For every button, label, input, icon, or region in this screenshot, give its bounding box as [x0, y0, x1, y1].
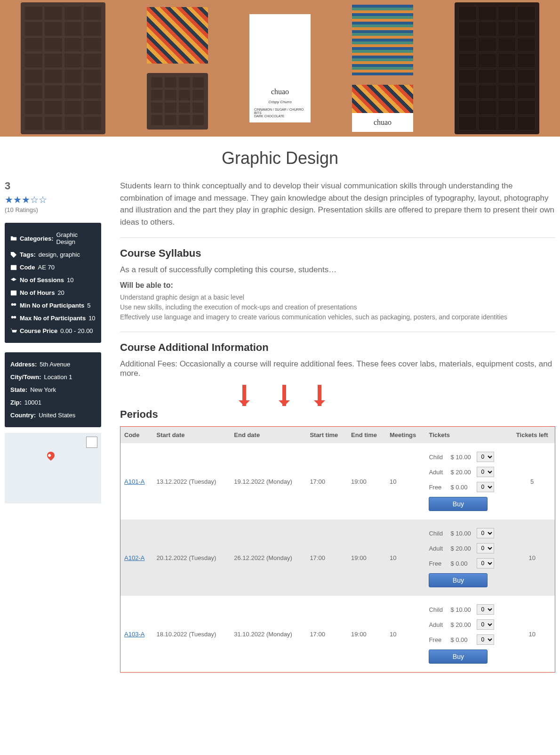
syllabus-intro: As a result of successfully completing t…: [120, 265, 555, 275]
syllabus-item: Understand graphic design at a basic lev…: [120, 292, 555, 302]
rating-block: 3 ★★★☆☆ (10 Ratings): [5, 180, 101, 213]
location-map[interactable]: [5, 433, 101, 503]
start-date: 18.10.2022 (Tuesday): [153, 596, 231, 672]
code-icon: [10, 264, 17, 271]
additional-text: Additional Fees: Occasionally a course w…: [120, 359, 555, 378]
star-icon: ★: [22, 195, 30, 205]
periods-heading: Periods: [120, 408, 555, 421]
svg-rect-1: [11, 290, 16, 295]
start-date: 20.12.2022 (Tuesday): [153, 520, 231, 596]
buy-button[interactable]: Buy: [429, 649, 488, 664]
syllabus-item: Effectively use language and imagery to …: [120, 312, 555, 322]
ticket-row: Free$ 0.000: [429, 634, 505, 645]
col-start-date: Start date: [153, 427, 231, 443]
rating-score: 3: [5, 180, 101, 192]
table-row: A101-A 13.12.2022 (Tuesday) 19.12.2022 (…: [120, 443, 555, 520]
ticket-qty-select[interactable]: 0: [477, 482, 494, 492]
periods-table-wrap: Code Start date End date Start time End …: [120, 426, 555, 673]
address-card: Address:5th Avenue City/Town:Location 1 …: [5, 352, 101, 427]
meetings: 10: [386, 443, 425, 520]
table-header-row: Code Start date End date Start time End …: [120, 427, 555, 443]
tickets-left: 5: [509, 443, 555, 520]
tickets-cell: Child$ 10.000Adult$ 20.000Free$ 0.000Buy: [425, 520, 509, 596]
ticket-row: Child$ 10.000: [429, 452, 505, 462]
period-code-link[interactable]: A103-A: [124, 631, 144, 638]
ticket-name: Child: [429, 530, 448, 537]
buy-button[interactable]: Buy: [429, 573, 488, 587]
meetings: 10: [386, 596, 425, 672]
ticket-qty-select[interactable]: 0: [477, 452, 494, 462]
ticket-price: $ 10.00: [450, 530, 474, 537]
main-content: Students learn to think conceptually and…: [120, 180, 555, 673]
ticket-name: Adult: [429, 469, 448, 476]
svg-rect-0: [11, 265, 16, 270]
table-row: A103-A 18.10.2022 (Tuesday) 31.10.2022 (…: [120, 596, 555, 672]
col-start-time: Start time: [306, 427, 347, 443]
star-icon: ☆: [39, 195, 47, 205]
ticket-row: Child$ 10.000: [429, 528, 505, 538]
ticket-row: Adult$ 20.000: [429, 619, 505, 630]
ticket-price: $ 20.00: [450, 545, 474, 552]
ticket-price: $ 0.00: [450, 560, 474, 567]
col-tickets-left: Tickets left: [509, 427, 555, 443]
ticket-row: Adult$ 20.000: [429, 543, 505, 553]
ticket-row: Adult$ 20.000: [429, 467, 505, 477]
arrow-icon: [242, 385, 246, 406]
users-icon: [10, 315, 17, 322]
ticket-qty-select[interactable]: 0: [477, 619, 494, 630]
ticket-price: $ 20.00: [450, 621, 474, 628]
col-code: Code: [120, 427, 153, 443]
rating-stars[interactable]: ★★★☆☆: [5, 194, 101, 205]
map-pin-icon: [46, 450, 56, 461]
svg-point-5: [14, 316, 16, 318]
start-date: 13.12.2022 (Tuesday): [153, 443, 231, 520]
col-meetings: Meetings: [386, 427, 425, 443]
end-time: 19:00: [347, 443, 386, 520]
ticket-name: Child: [429, 606, 448, 613]
buy-button[interactable]: Buy: [429, 497, 488, 511]
ticket-price: $ 0.00: [450, 636, 474, 643]
sidebar: 3 ★★★☆☆ (10 Ratings) Categories: Graphic…: [5, 180, 101, 673]
ticket-qty-select[interactable]: 0: [477, 604, 494, 615]
svg-point-4: [11, 316, 14, 318]
tickets-left: 10: [509, 520, 555, 596]
able-to-heading: Will be able to:: [120, 281, 555, 290]
svg-point-3: [14, 303, 16, 305]
ticket-price: $ 20.00: [450, 469, 474, 476]
ticket-qty-select[interactable]: 0: [477, 543, 494, 553]
tickets-left: 10: [509, 596, 555, 672]
end-time: 19:00: [347, 520, 386, 596]
meetings: 10: [386, 520, 425, 596]
ticket-qty-select[interactable]: 0: [477, 558, 494, 568]
periods-table: Code Start date End date Start time End …: [120, 427, 555, 672]
star-icon: ☆: [30, 195, 39, 205]
start-time: 17:00: [306, 520, 347, 596]
end-time: 19:00: [347, 596, 386, 672]
arrow-icon: [318, 385, 321, 406]
ticket-name: Child: [429, 454, 448, 461]
cart-icon: [10, 328, 17, 334]
syllabus-item: Use new skills, including the execution …: [120, 302, 555, 312]
rating-count: (10 Ratings): [5, 206, 101, 213]
ticket-row: Free$ 0.000: [429, 482, 505, 492]
ticket-row: Child$ 10.000: [429, 604, 505, 615]
tickets-cell: Child$ 10.000Adult$ 20.000Free$ 0.000Buy: [425, 443, 509, 520]
sessions-icon: [10, 277, 17, 284]
syllabus-heading: Course Syllabus: [120, 247, 555, 260]
end-date: 26.12.2022 (Monday): [230, 520, 306, 596]
page-title: Graphic Design: [0, 137, 560, 180]
users-icon: [10, 302, 17, 309]
clock-icon: [10, 290, 17, 296]
folder-icon: [10, 235, 17, 242]
tag-icon: [10, 252, 17, 258]
period-code-link[interactable]: A101-A: [124, 478, 144, 485]
ticket-qty-select[interactable]: 0: [477, 634, 494, 645]
ticket-name: Free: [429, 636, 448, 643]
ticket-name: Adult: [429, 545, 448, 552]
ticket-price: $ 10.00: [450, 606, 474, 613]
end-date: 19.12.2022 (Monday): [230, 443, 306, 520]
col-tickets: Tickets: [425, 427, 509, 443]
ticket-qty-select[interactable]: 0: [477, 528, 494, 538]
ticket-qty-select[interactable]: 0: [477, 467, 494, 477]
period-code-link[interactable]: A102-A: [124, 554, 144, 561]
